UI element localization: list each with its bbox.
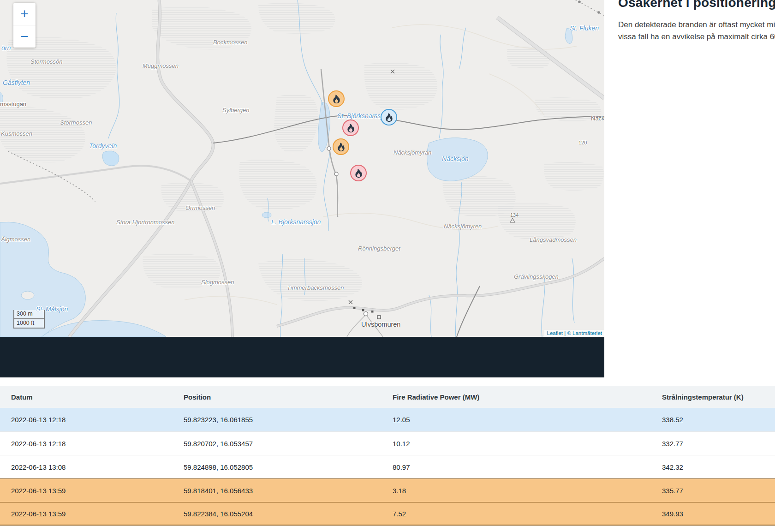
cell-position: 59.822384, 16.055204: [173, 510, 382, 518]
map-label-örn: örn: [1, 44, 11, 52]
map-label-st-fluken: St. Fluken: [570, 24, 599, 32]
screen: StormossönMuggmossenBockmossenStormossen…: [0, 0, 775, 532]
cell-temp: 342.32: [651, 463, 775, 471]
panel-title: Osäkerhet i positionering: [618, 0, 775, 10]
scale-metric: 300 m: [13, 310, 45, 319]
cell-frp: 10.12: [382, 440, 651, 448]
map-label-näck: Näck: [591, 115, 604, 122]
panel-body-line2: vissa fall ha en avvikelse på maximalt c…: [618, 31, 775, 43]
cell-datum: 2022-06-13 13:59: [0, 510, 173, 518]
cell-position: 59.823223, 16.061855: [173, 416, 382, 424]
map-label-näcksjön: Näcksjön: [442, 155, 469, 162]
table-row-3[interactable]: 2022-06-13 13:5959.818401, 16.0564333.18…: [0, 478, 775, 502]
table-row-2[interactable]: 2022-06-13 13:0859.824898, 16.05280580.9…: [0, 455, 775, 478]
cell-datum: 2022-06-13 12:18: [0, 416, 173, 424]
map-label-sylbergen: Sylbergen: [222, 107, 250, 114]
cell-position: 59.818401, 16.056433: [173, 487, 382, 495]
cell-position: 59.824898, 16.052805: [173, 463, 382, 471]
map-label-orrmossen: Orrmossen: [185, 204, 215, 211]
table-header-row: DatumPositionFire Radiative Power (MW)St…: [0, 386, 775, 408]
map-label-kusmossen: Kusmossen: [1, 130, 32, 137]
map-label-grävlingsskogen: Grävlingsskogen: [514, 273, 559, 280]
column-header-1: Position: [173, 393, 382, 401]
cell-datum: 2022-06-13 13:08: [0, 463, 173, 471]
cell-frp: 3.18: [382, 487, 651, 495]
map-label-120: 120: [578, 140, 587, 145]
map-label-muggmossen: Muggmossen: [143, 62, 179, 69]
flame-icon: [332, 95, 341, 103]
map-label-näcksjömyren: Näcksjömyren: [444, 223, 482, 230]
table-row-4[interactable]: 2022-06-13 13:5959.822384, 16.0552047.52…: [0, 502, 775, 526]
cell-datum: 2022-06-13 13:59: [0, 487, 173, 495]
attribution-separator: |: [563, 330, 567, 336]
flame-icon: [337, 143, 346, 151]
map-label-ulvsbomuren: Ulvsbomuren: [361, 321, 400, 328]
map-zoom-control: + −: [13, 3, 36, 48]
lantmateriet-link[interactable]: © Lantmäteriet: [567, 330, 602, 336]
zoom-in-button[interactable]: +: [13, 3, 36, 25]
flame-icon: [354, 169, 363, 178]
map-label-långsvadmossen: Långsvadmossen: [530, 236, 577, 243]
cell-frp: 12.05: [382, 416, 651, 424]
map-scale: 300 m 1000 ft: [13, 310, 45, 329]
cell-datum: 2022-06-13 12:18: [0, 440, 173, 448]
zoom-out-button[interactable]: −: [13, 25, 36, 48]
cell-frp: 7.52: [382, 510, 651, 518]
panel-body: Den detekterade branden är oftast mycket…: [618, 19, 775, 43]
map-label-stora-hjortronmossen: Stora Hjortronmossen: [116, 219, 174, 226]
cell-temp: 335.77: [651, 487, 775, 495]
cell-position: 59.820702, 16.053457: [173, 440, 382, 448]
timeline-bar: ‹ › Idag måndag 13 juni 2022 6/67/68/69/…: [0, 337, 604, 377]
map-label-tordyveln: Tordyveln: [89, 142, 117, 149]
fire-marker-pink-4[interactable]: [350, 165, 367, 181]
uncertainty-panel: Osäkerhet i positionering Den detekterad…: [604, 0, 775, 377]
map-label-rönningsberget: Rönningsberget: [358, 245, 400, 252]
table-body: 2022-06-13 12:1859.823223, 16.06185512.0…: [0, 408, 775, 526]
detections-table: DatumPositionFire Radiative Power (MW)St…: [0, 386, 775, 526]
column-header-0: Datum: [0, 393, 173, 401]
column-header-2: Fire Radiative Power (MW): [382, 393, 651, 401]
cell-temp: 349.93: [651, 510, 775, 518]
table-row-1[interactable]: 2022-06-13 12:1859.820702, 16.05345710.1…: [0, 431, 775, 455]
cell-temp: 338.52: [651, 416, 775, 424]
map-label-l-björksnarssjön: L. Björksnarssjön: [271, 218, 321, 226]
fire-marker-orange-3[interactable]: [333, 138, 349, 155]
map-label-stormossön: Stormossön: [30, 58, 62, 65]
map-label-134: 134: [510, 212, 519, 218]
map[interactable]: StormossönMuggmossenBockmossenStormossen…: [0, 0, 604, 337]
map-label-stormossen: Stormossen: [60, 119, 92, 126]
fire-marker-orange-0[interactable]: [328, 90, 345, 107]
map-label-älgmossen: Älgmossen: [1, 236, 30, 243]
flame-icon: [346, 124, 355, 132]
scale-imperial: 1000 ft: [13, 319, 45, 329]
fire-marker-pink-2[interactable]: [342, 120, 359, 136]
fire-marker-blue-1[interactable]: [381, 109, 397, 126]
map-label-timmerbacksmossen: Timmerbacksmossen: [287, 284, 344, 291]
map-label-rnsstugan: rnsstugan: [0, 101, 26, 108]
leaflet-link[interactable]: Leaflet: [547, 330, 563, 336]
table-row-0[interactable]: 2022-06-13 12:1859.823223, 16.06185512.0…: [0, 408, 775, 431]
map-label-näcksjömyran: Näcksjömyran: [393, 149, 431, 156]
panel-body-line1: Den detekterade branden är oftast mycket…: [618, 19, 775, 31]
map-label-bockmossen: Bockmossen: [213, 39, 247, 46]
cell-temp: 332.77: [651, 440, 775, 448]
column-header-3: Strålningstemperatur (K): [651, 393, 775, 401]
map-attribution: Leaflet | © Lantmäteriet: [544, 330, 604, 337]
map-label-slogmossen: Slogmossen: [201, 279, 234, 286]
flame-icon: [385, 113, 393, 122]
map-label-gåsflyten: Gåsflyten: [3, 79, 30, 86]
cell-frp: 80.97: [382, 463, 651, 471]
